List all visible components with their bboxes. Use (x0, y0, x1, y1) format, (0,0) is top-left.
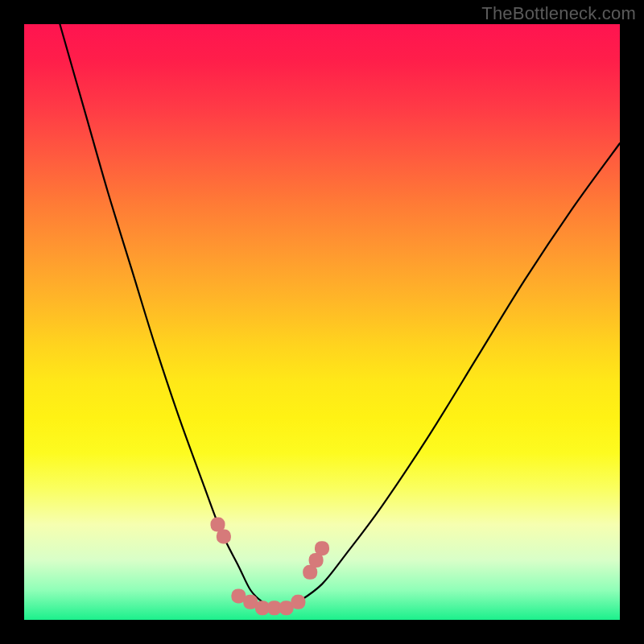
plot-area (24, 24, 620, 620)
curve-layer (24, 24, 620, 620)
bottleneck-curve (60, 24, 620, 609)
chart-frame: TheBottleneck.com (0, 0, 644, 644)
marker-bead (315, 541, 329, 555)
marker-bead (291, 595, 305, 609)
watermark-text: TheBottleneck.com (481, 3, 636, 24)
marker-bead (217, 529, 231, 543)
marker-beads (211, 518, 330, 616)
